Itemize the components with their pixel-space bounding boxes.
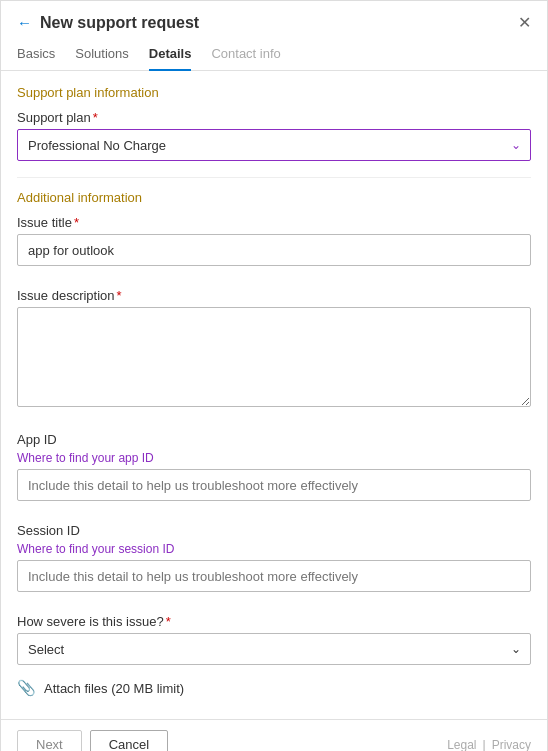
tabs-bar: Basics Solutions Details Contact info	[1, 40, 547, 71]
footer-links: Legal | Privacy	[447, 738, 531, 752]
tab-solutions[interactable]: Solutions	[75, 40, 128, 71]
session-id-input[interactable]	[17, 560, 531, 592]
footer-divider: |	[483, 738, 486, 752]
section-divider	[17, 177, 531, 178]
footer-buttons: Next Cancel	[17, 730, 168, 751]
session-id-label: Session ID	[17, 523, 531, 538]
severity-field: How severe is this issue?* Select Critic…	[17, 614, 531, 665]
session-id-field: Session ID Where to find your session ID	[17, 523, 531, 604]
severity-label: How severe is this issue?*	[17, 614, 531, 629]
app-id-label: App ID	[17, 432, 531, 447]
legal-link[interactable]: Legal	[447, 738, 476, 752]
new-support-request-window: ← New support request ✕ Basics Solutions…	[0, 0, 548, 751]
footer: Next Cancel Legal | Privacy	[1, 719, 547, 751]
attach-files-label[interactable]: Attach files (20 MB limit)	[44, 681, 184, 696]
next-button[interactable]: Next	[17, 730, 82, 751]
severity-select[interactable]: Select Critical High Medium Low	[17, 633, 531, 665]
issue-title-field: Issue title*	[17, 215, 531, 278]
session-id-sub-label[interactable]: Where to find your session ID	[17, 542, 531, 556]
title-bar: ← New support request ✕	[1, 1, 547, 40]
issue-description-input[interactable]	[17, 307, 531, 407]
back-button[interactable]: ←	[17, 14, 32, 31]
attach-files-row: 📎 Attach files (20 MB limit)	[17, 679, 531, 697]
support-plan-select[interactable]: Professional No Charge	[17, 129, 531, 161]
support-plan-field: Support plan* Professional No Charge ⌄	[17, 110, 531, 161]
issue-title-label: Issue title*	[17, 215, 531, 230]
issue-title-input[interactable]	[17, 234, 531, 266]
support-plan-section-title: Support plan information	[17, 85, 531, 100]
issue-description-field: Issue description*	[17, 288, 531, 422]
app-id-field: App ID Where to find your app ID	[17, 432, 531, 513]
tab-contact-info[interactable]: Contact info	[211, 40, 280, 71]
app-id-sub-label[interactable]: Where to find your app ID	[17, 451, 531, 465]
severity-select-wrapper: Select Critical High Medium Low ⌄	[17, 633, 531, 665]
page-title: New support request	[40, 14, 518, 32]
form-content: Support plan information Support plan* P…	[1, 71, 547, 719]
support-plan-label: Support plan*	[17, 110, 531, 125]
privacy-link[interactable]: Privacy	[492, 738, 531, 752]
close-button[interactable]: ✕	[518, 13, 531, 32]
tab-details[interactable]: Details	[149, 40, 192, 71]
attach-icon: 📎	[17, 679, 36, 697]
cancel-button[interactable]: Cancel	[90, 730, 168, 751]
app-id-input[interactable]	[17, 469, 531, 501]
issue-description-label: Issue description*	[17, 288, 531, 303]
additional-info-section-title: Additional information	[17, 190, 531, 205]
support-plan-select-wrapper: Professional No Charge ⌄	[17, 129, 531, 161]
tab-basics[interactable]: Basics	[17, 40, 55, 71]
